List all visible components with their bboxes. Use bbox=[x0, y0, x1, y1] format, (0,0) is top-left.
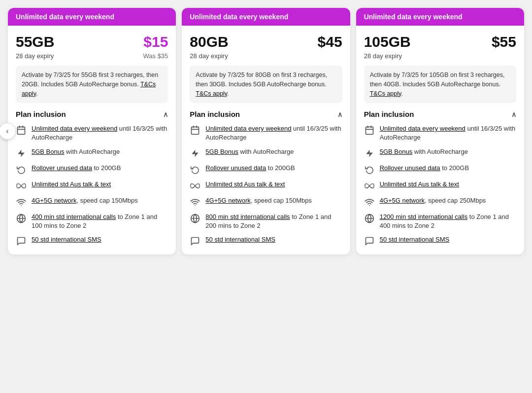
plan-header: 55GB$15 bbox=[16, 34, 168, 50]
plan-card-plan-105gb: Unlimited data every weekend105GB$5528 d… bbox=[356, 8, 524, 254]
plan-banner: Unlimited data every weekend bbox=[8, 8, 176, 26]
plan-banner: Unlimited data every weekend bbox=[182, 8, 350, 26]
inclusion-text: Rollover unused data to 200GB bbox=[32, 164, 121, 173]
plan-inclusion-header[interactable]: Plan inclusion∧ bbox=[364, 110, 516, 118]
inclusion-list: Unlimited data every weekend until 16/3/… bbox=[190, 124, 342, 247]
inclusion-text: 800 min std international calls to Zone … bbox=[205, 213, 342, 230]
inclusion-list: Unlimited data every weekend until 16/3/… bbox=[16, 124, 168, 247]
inclusion-text: 1200 min std international calls to Zone… bbox=[380, 213, 516, 230]
inclusion-link[interactable]: 5GB Bonus bbox=[205, 148, 238, 155]
plan-card-plan-55gb: Unlimited data every weekend55GB$1528 da… bbox=[8, 8, 176, 254]
inclusion-link[interactable]: Unlimited std Aus talk & text bbox=[205, 180, 285, 188]
plan-description: Activate by 7/3/25 for 55GB first 3 rech… bbox=[16, 66, 168, 103]
list-item: 1200 min std international calls to Zone… bbox=[364, 213, 516, 230]
plan-inclusion-label: Plan inclusion bbox=[16, 110, 66, 118]
inclusion-text: Unlimited std Aus talk & text bbox=[380, 180, 459, 189]
inclusion-link[interactable]: Rollover unused data bbox=[205, 164, 266, 172]
inclusion-link[interactable]: 50 std international SMS bbox=[380, 236, 450, 243]
plan-was-price: Was $35 bbox=[143, 52, 168, 60]
infinity-icon bbox=[364, 180, 375, 191]
list-item: 5GB Bonus with AutoRecharge bbox=[364, 147, 516, 159]
bolt-icon bbox=[190, 148, 200, 159]
globe-icon bbox=[16, 213, 27, 224]
list-item: Unlimited std Aus talk & text bbox=[190, 180, 342, 191]
inclusion-link[interactable]: 5GB Bonus bbox=[32, 148, 65, 155]
svg-rect-7 bbox=[192, 127, 199, 135]
inclusion-text: Unlimited data every weekend until 16/3/… bbox=[205, 124, 342, 142]
terms-link[interactable]: T&Cs apply bbox=[370, 90, 401, 97]
plan-price: $45 bbox=[318, 34, 342, 50]
signal-icon bbox=[190, 197, 200, 208]
inclusion-link[interactable]: 50 std international SMS bbox=[205, 236, 275, 243]
list-item: 800 min std international calls to Zone … bbox=[190, 213, 342, 230]
svg-marker-11 bbox=[192, 149, 199, 157]
chevron-up-icon: ∧ bbox=[511, 110, 516, 118]
plan-description: Activate by 7/3/25 for 105GB on first 3 … bbox=[364, 66, 516, 103]
list-item: 400 min std international calls to Zone … bbox=[16, 213, 168, 230]
refresh-icon bbox=[16, 164, 27, 175]
inclusion-link[interactable]: 1200 min std international calls bbox=[380, 213, 468, 220]
chat-icon bbox=[190, 236, 200, 247]
plan-gb: 80GB bbox=[190, 34, 228, 50]
inclusion-link[interactable]: Unlimited std Aus talk & text bbox=[32, 180, 111, 188]
terms-link[interactable]: T&Cs apply bbox=[196, 90, 227, 97]
calendar-icon bbox=[364, 125, 375, 136]
bolt-icon bbox=[16, 148, 27, 159]
terms-link[interactable]: T&Cs apply bbox=[22, 81, 156, 97]
inclusion-text: 50 std international SMS bbox=[32, 235, 101, 244]
inclusion-link[interactable]: Unlimited std Aus talk & text bbox=[380, 180, 459, 188]
inclusion-link[interactable]: Rollover unused data bbox=[32, 164, 92, 172]
list-item: 50 std international SMS bbox=[16, 235, 168, 247]
inclusion-link[interactable]: 4G+5G network bbox=[32, 197, 76, 204]
plan-expiry: 28 day expiry bbox=[190, 52, 228, 60]
inclusion-link[interactable]: Unlimited data every weekend bbox=[205, 125, 291, 132]
svg-marker-18 bbox=[366, 149, 373, 157]
list-item: Unlimited std Aus talk & text bbox=[364, 180, 516, 191]
list-item: 5GB Bonus with AutoRecharge bbox=[16, 147, 168, 159]
inclusion-link[interactable]: 800 min std international calls bbox=[205, 213, 290, 220]
plan-sub: 28 day expiry bbox=[364, 52, 516, 60]
plan-inclusion-header[interactable]: Plan inclusion∧ bbox=[190, 110, 342, 118]
list-item: Unlimited data every weekend until 16/3/… bbox=[16, 124, 168, 142]
inclusion-link[interactable]: Unlimited data every weekend bbox=[380, 125, 466, 132]
list-item: Unlimited data every weekend until 16/3/… bbox=[190, 124, 342, 142]
list-item: Rollover unused data to 200GB bbox=[16, 164, 168, 175]
infinity-icon bbox=[16, 180, 27, 191]
chat-icon bbox=[16, 236, 27, 247]
inclusion-link[interactable]: 5GB Bonus bbox=[380, 148, 413, 155]
list-item: 4G+5G network, speed cap 250Mbps bbox=[364, 196, 516, 208]
inclusion-text: 4G+5G network, speed cap 150Mbps bbox=[205, 196, 312, 205]
list-item: 4G+5G network, speed cap 150Mbps bbox=[16, 196, 168, 208]
inclusion-text: 4G+5G network, speed cap 250Mbps bbox=[380, 196, 486, 205]
chevron-up-icon: ∧ bbox=[337, 110, 342, 118]
plan-inclusion-label: Plan inclusion bbox=[190, 110, 240, 118]
inclusion-link[interactable]: 400 min std international calls bbox=[32, 213, 116, 220]
list-item: Rollover unused data to 200GB bbox=[190, 164, 342, 175]
inclusion-text: 400 min std international calls to Zone … bbox=[32, 213, 168, 230]
globe-icon bbox=[190, 213, 200, 224]
svg-rect-0 bbox=[18, 127, 25, 135]
inclusion-link[interactable]: 50 std international SMS bbox=[32, 236, 101, 243]
plan-header: 80GB$45 bbox=[190, 34, 342, 50]
plan-expiry: 28 day expiry bbox=[364, 52, 402, 60]
inclusion-link[interactable]: 4G+5G network bbox=[380, 197, 425, 204]
plan-inclusion-label: Plan inclusion bbox=[364, 110, 414, 118]
plan-sub: 28 day expiry bbox=[190, 52, 342, 60]
inclusion-link[interactable]: Unlimited data every weekend bbox=[32, 125, 117, 132]
inclusion-text: Rollover unused data to 200GB bbox=[205, 164, 295, 173]
calendar-icon bbox=[16, 125, 27, 136]
list-item: 5GB Bonus with AutoRecharge bbox=[190, 147, 342, 159]
inclusion-link[interactable]: 4G+5G network bbox=[205, 197, 250, 204]
inclusion-text: 5GB Bonus with AutoRecharge bbox=[205, 147, 294, 156]
globe-icon bbox=[364, 213, 375, 224]
inclusion-text: 5GB Bonus with AutoRecharge bbox=[32, 147, 120, 156]
inclusion-list: Unlimited data every weekend until 16/3/… bbox=[364, 124, 516, 247]
inclusion-link[interactable]: Rollover unused data bbox=[380, 164, 440, 172]
refresh-icon bbox=[190, 164, 200, 175]
plan-inclusion-header[interactable]: Plan inclusion∧ bbox=[16, 110, 168, 118]
list-item: 50 std international SMS bbox=[190, 235, 342, 247]
inclusion-text: 4G+5G network, speed cap 150Mbps bbox=[32, 196, 138, 205]
plan-card-plan-80gb: Unlimited data every weekend80GB$4528 da… bbox=[182, 8, 350, 254]
plan-header: 105GB$55 bbox=[364, 34, 516, 50]
plans-container: ‹ Unlimited data every weekend55GB$1528 … bbox=[8, 8, 524, 254]
